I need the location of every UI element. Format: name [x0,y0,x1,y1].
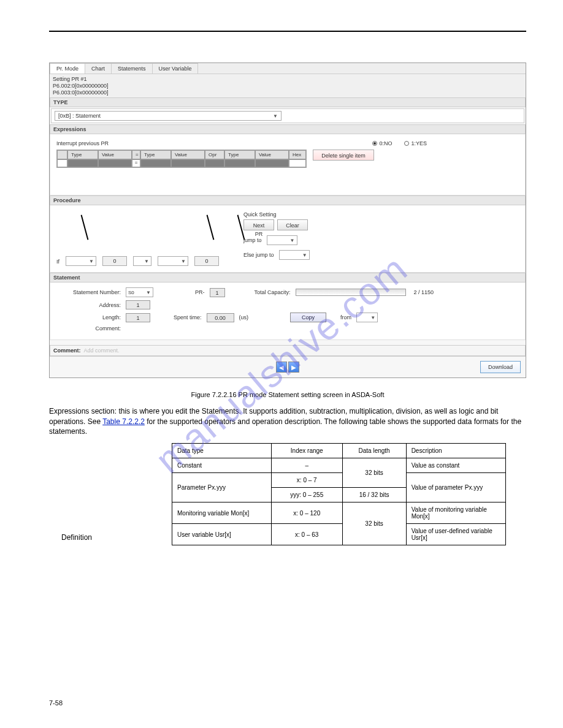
figure-caption: Figure 7.2.2.16 PR mode Statement settin… [49,390,526,400]
jump-to-dropdown[interactable]: ▼ [267,235,297,245]
prev-arrow-button[interactable]: ◀ [276,362,287,373]
statement-num-label: Statement Number: [56,289,121,295]
length-value: 1 [126,313,150,322]
stmt-comment-label: Comment: [56,325,121,332]
if-dropdown-3[interactable]: ▼ [158,256,188,266]
expressions-body: Interrupt previous PR 0:NO 1:YES Type Va… [50,134,526,195]
th-opr: Opr [205,150,224,159]
tab-statements[interactable]: Statements [111,63,153,74]
length-label: Length: [56,314,121,320]
th-type1: Type [67,150,98,159]
pr-label: PR- [195,289,205,295]
statement-section-header: Statement [50,273,526,282]
interrupt-label: Interrupt previous PR [56,140,109,146]
nav-row: ◀ ▶ Download [50,356,526,377]
if-value-2[interactable]: 0 [194,256,219,266]
table-row: Parameter Px.yyy x: 0 – 7 Value of param… [172,473,506,488]
capacity-label: Total Capacity: [255,289,291,295]
copy-button[interactable]: Copy [290,313,326,322]
capacity-bar [296,289,406,296]
expression-table[interactable]: Type Value = Type Value Opr Type Value H… [56,150,307,168]
capacity-value: 2 / 1150 [414,289,434,295]
th-datatype: Data type [172,444,272,458]
setting-line2: P6.002:0[0x00000000] [53,83,523,89]
th-index: Index range [271,444,342,458]
comment-label: Comment: [53,347,81,354]
procedure-section-header: Procedure [50,195,526,205]
comment-input[interactable]: Add comment. [84,347,523,354]
th-type3: Type [224,150,255,159]
setting-line3: P6.003:0[0x00000000] [53,89,523,96]
expressions-section-header: Expressions [50,124,526,134]
page-number: 7-58 [49,699,63,707]
radio-no[interactable]: 0:NO [372,140,392,146]
setting-line1: Setting PR #1 [53,76,523,83]
else-jump-dropdown[interactable]: ▼ [279,250,310,260]
definition-table: Data type Index range Data length Descri… [172,443,506,545]
delete-item-button[interactable]: Delete single item [313,150,374,161]
th-type2: Type [140,150,171,159]
spent-time-value: 0.00 [207,313,234,322]
chevron-down-icon: ▼ [273,113,278,119]
type-dropdown[interactable]: [0xB] : Statement ▼ [55,111,282,121]
spent-time-label: Spent time: [174,314,202,320]
download-button[interactable]: Download [480,361,521,373]
th-value1: Value [98,150,132,159]
table-row: Data type Index range Data length Descri… [172,444,506,458]
next-pr-button[interactable]: Next PR [243,219,274,230]
th-desc: Description [406,444,505,458]
comment-bar: Comment: Add comment. [50,345,526,356]
table-row: User variable Usr[x] x: 0 – 63 Value of … [172,524,506,545]
radio-yes[interactable]: 1:YES [404,140,427,146]
th-value2: Value [171,150,205,159]
body-text: Figure 7.2.2.16 PR mode Statement settin… [49,390,526,437]
procedure-body: If ▼ 0 ▼ ▼ 0 Quick Setting Next PR Clear… [50,205,526,273]
type-section-header: TYPE [50,97,526,107]
tab-pr-mode[interactable]: Pr. Mode [50,63,85,74]
setting-info: Setting PR #1 P6.002:0[0x00000000] P6.00… [50,74,526,97]
from-label: from [340,314,351,320]
quick-setting-label: Quick Setting [243,211,310,218]
if-label: If [56,259,59,265]
from-dropdown[interactable]: ▼ [356,313,378,322]
table-link[interactable]: Table 7.2.2.2 [102,417,145,426]
th-length: Data length [342,444,406,458]
if-dropdown-2[interactable]: ▼ [133,256,151,266]
clear-button[interactable]: Clear [277,219,308,230]
quick-setting-panel: Quick Setting Next PR Clear jump to ▼ El… [243,211,310,266]
th-blank [57,150,67,159]
th-eq: = [132,150,140,159]
th-hex: Hex [289,150,306,159]
if-value-1[interactable]: 0 [102,256,127,266]
statement-body: Statement Number: S0▼ PR- 1 Total Capaci… [50,282,526,340]
else-jump-label: Else jump to [243,252,274,258]
paragraph-1: Expressions section: this is where you e… [49,406,526,437]
tab-user-variable[interactable]: User Variable [152,63,199,74]
statement-num-dropdown[interactable]: S0▼ [126,287,153,297]
definition-label: Definition [61,533,92,542]
next-arrow-button[interactable]: ▶ [288,362,299,373]
address-value: 1 [126,300,150,309]
th-value3: Value [255,150,289,159]
pr-value: 1 [210,288,225,297]
table-row: Constant – 32 bits Value as constant [172,458,506,473]
app-window: Pr. Mode Chart Statements User Variable … [49,63,526,378]
if-dropdown-1[interactable]: ▼ [66,256,96,266]
spent-time-unit: (us) [239,314,249,320]
type-select-row: [0xB] : Statement ▼ [51,108,524,123]
tab-bar: Pr. Mode Chart Statements User Variable [50,63,526,74]
header-rule [49,31,526,32]
jump-to-label: jump to [243,237,262,243]
tab-chart[interactable]: Chart [85,63,112,74]
address-label: Address: [56,302,121,308]
